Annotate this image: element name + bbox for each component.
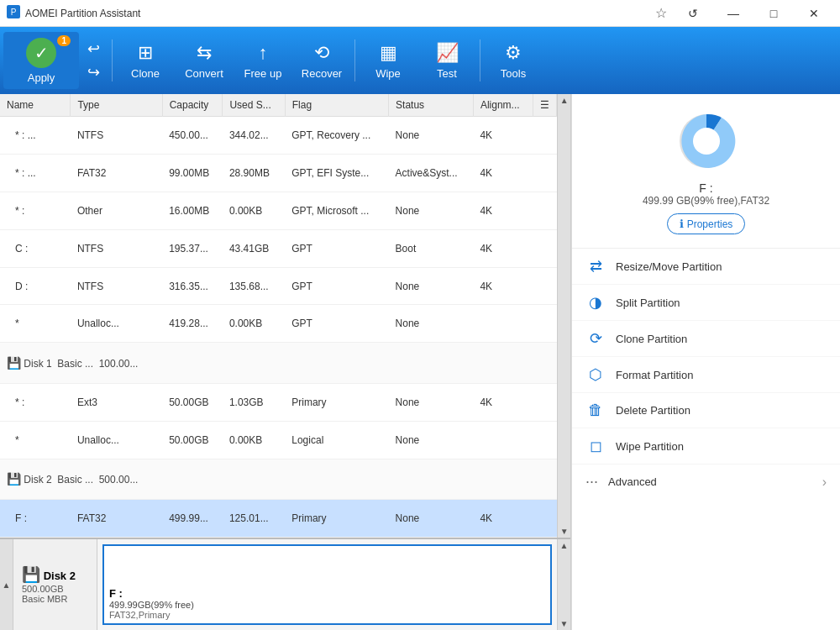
disk-partition-F[interactable]: F : 499.99GB(99% free) FAT32,Primary xyxy=(102,544,552,625)
disk-visual-scroll-up[interactable]: ▲ xyxy=(0,539,13,630)
toolbar-separator-3 xyxy=(480,39,480,81)
cell-type: NTFS xyxy=(71,117,162,155)
freeup-label: Free up xyxy=(244,67,282,80)
format-icon: ⬡ xyxy=(585,365,606,384)
recover-button[interactable]: ⟲ Recover xyxy=(292,32,351,89)
apply-button[interactable]: 1 ✓ Apply xyxy=(3,32,79,89)
table-row[interactable]: F : FAT32 499.99... 125.01... Primary No… xyxy=(0,500,557,538)
cell-status xyxy=(389,343,474,383)
cell-align: 4K xyxy=(473,383,533,421)
redo-button[interactable]: ↪ xyxy=(82,61,105,83)
cell-flag: GPT xyxy=(285,305,388,343)
cell-align xyxy=(473,459,533,499)
tools-button[interactable]: ⚙ Tools xyxy=(484,32,543,89)
table-row[interactable]: * Unalloc... 50.00GB 0.00KB Logical None xyxy=(0,421,557,459)
svg-text:P: P xyxy=(11,8,17,17)
main-content: Name Type Capacity Used S... Flag Status… xyxy=(0,94,840,630)
cell-name: D : xyxy=(0,267,71,305)
advanced-item[interactable]: ··· Advanced › xyxy=(572,465,840,499)
cell-type: FAT32 xyxy=(71,500,162,538)
table-row[interactable]: * Unalloc... 419.28... 0.00KB GPT None xyxy=(0,305,557,343)
cell-flag: GPT xyxy=(285,229,388,267)
cell-extra xyxy=(533,117,557,155)
table-row[interactable]: * : ... NTFS 450.00... 344.02... GPT, Re… xyxy=(0,117,557,155)
disk-icon: 💾 xyxy=(7,356,21,370)
advanced-dots-icon: ··· xyxy=(585,473,598,491)
col-settings[interactable]: ☰ xyxy=(533,94,557,117)
partition-F-size: 499.99GB(99% free) xyxy=(109,600,545,610)
cell-name: * : xyxy=(0,383,71,421)
advanced-label: Advanced xyxy=(608,475,812,488)
partition-letter-label: F : xyxy=(699,181,712,195)
app-icon: P xyxy=(7,5,20,22)
maximize-button[interactable]: □ xyxy=(754,0,793,27)
action-label-0: Resize/Move Partition xyxy=(616,260,722,273)
test-button[interactable]: 📈 Test xyxy=(417,32,476,89)
table-row[interactable]: 💾 Disk 2 Basic ... 500.00... xyxy=(0,459,557,499)
clone-button[interactable]: ⊞ Clone xyxy=(116,32,175,89)
table-row[interactable]: C : NTFS 195.37... 43.41GB GPT Boot 4K xyxy=(0,229,557,267)
cell-capacity: 450.00... xyxy=(162,117,223,155)
cell-used: 0.00KB xyxy=(223,305,285,343)
wipe-icon: ▦ xyxy=(380,42,397,64)
cell-extra xyxy=(533,500,557,538)
cell-extra xyxy=(533,383,557,421)
freeup-button[interactable]: ↑ Free up xyxy=(234,32,292,89)
action-label-2: Clone Partition xyxy=(616,333,687,345)
col-flag: Flag xyxy=(285,94,388,117)
titlebar: P AOMEI Partition Assistant ☆ ↺ — □ ✕ xyxy=(0,0,840,27)
disk-area-scrollbar[interactable]: ▲ ▼ xyxy=(557,539,570,630)
action-item-wipe-partition[interactable]: ◻ Wipe Partition xyxy=(572,428,840,465)
scroll-down-icon: ▼ xyxy=(560,527,569,536)
action-item-format-partition[interactable]: ⬡ Format Partition xyxy=(572,357,840,393)
cell-capacity: 50.00GB xyxy=(162,421,223,459)
action-item-clone-partition[interactable]: ⟳ Clone Partition xyxy=(572,321,840,357)
action-label-5: Wipe Partition xyxy=(616,440,684,453)
table-row[interactable]: 💾 Disk 1 Basic ... 100.00... xyxy=(0,343,557,383)
wipe-button[interactable]: ▦ Wipe xyxy=(359,32,417,89)
cell-align: 4K xyxy=(473,154,533,192)
cell-extra xyxy=(533,343,557,383)
restore-button[interactable]: ↺ xyxy=(674,0,712,27)
cell-flag: GPT, EFI Syste... xyxy=(285,154,388,192)
tools-icon: ⚙ xyxy=(505,42,522,64)
cell-flag xyxy=(285,343,388,383)
favorite-button[interactable]: ☆ xyxy=(648,5,674,21)
partition-table-area[interactable]: Name Type Capacity Used S... Flag Status… xyxy=(0,94,570,538)
split-icon: ◑ xyxy=(585,293,606,312)
disk-label-area: 💾 Disk 2 500.00GB Basic MBR xyxy=(13,539,97,630)
partition-F-letter: F : xyxy=(109,587,545,600)
convert-button[interactable]: ⇆ Convert xyxy=(175,32,234,89)
action-item-split-partition[interactable]: ◑ Split Partition xyxy=(572,285,840,321)
action-item-resize/move-partition[interactable]: ⇄ Resize/Move Partition xyxy=(572,249,840,285)
cell-capacity: 499.99... xyxy=(162,500,223,538)
cell-flag: GPT, Microsoft ... xyxy=(285,192,388,229)
table-row[interactable]: D : NTFS 316.35... 135.68... GPT None 4K xyxy=(0,267,557,305)
table-row[interactable]: * : ... FAT32 99.00MB 28.90MB GPT, EFI S… xyxy=(0,154,557,192)
cell-status: None xyxy=(389,117,474,155)
cell-name: * xyxy=(0,305,71,343)
cell-align: 4K xyxy=(473,117,533,155)
col-capacity: Capacity xyxy=(162,94,223,117)
cell-status: None xyxy=(389,421,474,459)
cell-align: 4K xyxy=(473,500,533,538)
recover-icon: ⟲ xyxy=(314,42,329,64)
action-item-delete-partition[interactable]: 🗑 Delete Partition xyxy=(572,393,840,428)
cell-status: None xyxy=(389,192,474,229)
table-row[interactable]: * : Ext3 50.00GB 1.03GB Primary None 4K xyxy=(0,383,557,421)
cell-flag: Logical xyxy=(285,421,388,459)
scroll-up-icon: ▲ xyxy=(560,96,569,105)
cell-status: Active&Syst... xyxy=(389,154,474,192)
properties-button[interactable]: ℹ Properties xyxy=(667,213,746,234)
cell-status: None xyxy=(389,305,474,343)
freeup-icon: ↑ xyxy=(259,42,268,64)
table-row[interactable]: * : Other 16.00MB 0.00KB GPT, Microsoft … xyxy=(0,192,557,229)
cell-type: Unalloc... xyxy=(71,305,162,343)
minimize-button[interactable]: — xyxy=(714,0,753,27)
disk-visual-up-icon: ▲ xyxy=(3,580,11,590)
partition-info-label: 499.99 GB(99% free),FAT32 xyxy=(643,195,769,207)
table-scrollbar[interactable]: ▲ ▼ xyxy=(557,94,570,538)
close-button[interactable]: ✕ xyxy=(795,0,833,27)
cell-align xyxy=(473,421,533,459)
undo-button[interactable]: ↩ xyxy=(82,38,105,60)
